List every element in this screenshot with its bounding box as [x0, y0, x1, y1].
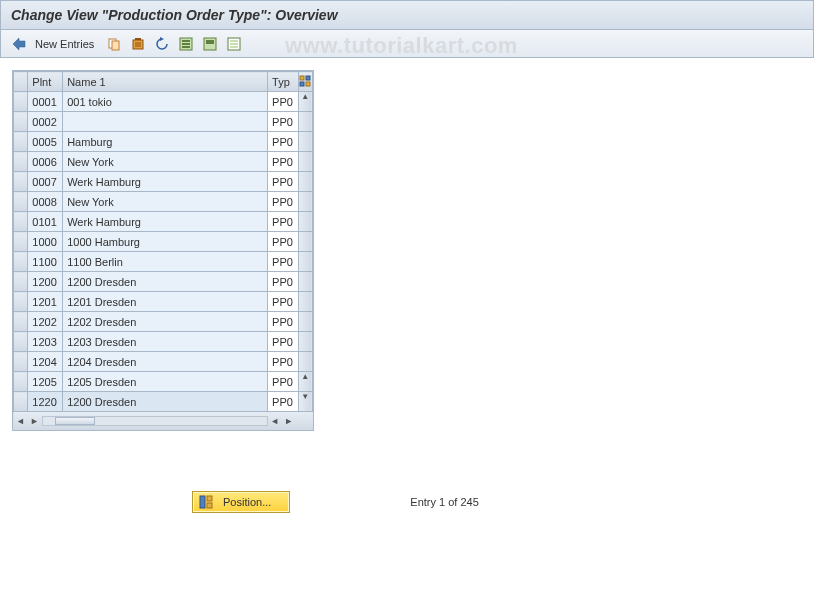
table-row[interactable]: 0006New YorkPP0 [14, 152, 313, 172]
row-selector[interactable] [14, 332, 28, 352]
cell-plnt[interactable]: 0101 [28, 212, 63, 232]
table-row[interactable]: 0005HamburgPP0 [14, 132, 313, 152]
cell-plnt[interactable]: 1000 [28, 232, 63, 252]
cell-name[interactable]: 1203 Dresden [63, 332, 268, 352]
scroll-right-icon[interactable]: ► [282, 416, 296, 426]
table-row[interactable]: 12201200 DresdenPP0▼ [14, 392, 313, 412]
column-header-type[interactable]: Typ [268, 72, 299, 92]
cell-name[interactable]: 1000 Hamburg [63, 232, 268, 252]
copy-as-icon[interactable] [104, 34, 124, 54]
cell-plnt[interactable]: 1220 [28, 392, 63, 412]
cell-name[interactable]: 1202 Dresden [63, 312, 268, 332]
table-row[interactable]: 0007Werk HamburgPP0 [14, 172, 313, 192]
vertical-scrollbar-track[interactable] [298, 152, 312, 172]
select-all-icon[interactable] [176, 34, 196, 54]
vertical-scrollbar-track[interactable] [298, 352, 312, 372]
vertical-scrollbar-track[interactable] [298, 252, 312, 272]
vertical-scrollbar-track[interactable] [298, 212, 312, 232]
cell-type[interactable]: PP0 [268, 172, 299, 192]
toggle-view-icon[interactable] [9, 34, 29, 54]
row-selector[interactable] [14, 132, 28, 152]
table-row[interactable]: 0002PP0 [14, 112, 313, 132]
row-selector[interactable] [14, 292, 28, 312]
cell-plnt[interactable]: 1204 [28, 352, 63, 372]
cell-type[interactable]: PP0 [268, 312, 299, 332]
scroll-up-step-icon[interactable]: ▲ [298, 372, 312, 392]
cell-plnt[interactable]: 0006 [28, 152, 63, 172]
cell-plnt[interactable]: 0002 [28, 112, 63, 132]
scroll-up-icon[interactable]: ▲ [298, 92, 312, 112]
deselect-all-icon[interactable] [224, 34, 244, 54]
row-selector[interactable] [14, 152, 28, 172]
cell-plnt[interactable]: 1201 [28, 292, 63, 312]
cell-plnt[interactable]: 1200 [28, 272, 63, 292]
cell-type[interactable]: PP0 [268, 332, 299, 352]
cell-name[interactable]: New York [63, 192, 268, 212]
row-selector[interactable] [14, 372, 28, 392]
table-configure-button[interactable] [298, 72, 312, 92]
cell-name[interactable]: 1200 Dresden [63, 272, 268, 292]
vertical-scrollbar-track[interactable] [298, 192, 312, 212]
cell-type[interactable]: PP0 [268, 372, 299, 392]
cell-name[interactable]: 1204 Dresden [63, 352, 268, 372]
vertical-scrollbar-track[interactable] [298, 232, 312, 252]
cell-plnt[interactable]: 0008 [28, 192, 63, 212]
column-header-plnt[interactable]: Plnt [28, 72, 63, 92]
row-selector[interactable] [14, 392, 28, 412]
table-row[interactable]: 0101Werk HamburgPP0 [14, 212, 313, 232]
cell-type[interactable]: PP0 [268, 232, 299, 252]
cell-name[interactable]: 1100 Berlin [63, 252, 268, 272]
table-row[interactable]: 12021202 DresdenPP0 [14, 312, 313, 332]
cell-name[interactable]: Hamburg [63, 132, 268, 152]
delete-icon[interactable] [128, 34, 148, 54]
table-row[interactable]: 12001200 DresdenPP0 [14, 272, 313, 292]
vertical-scrollbar-track[interactable] [298, 312, 312, 332]
vertical-scrollbar-track[interactable] [298, 172, 312, 192]
cell-name[interactable]: New York [63, 152, 268, 172]
cell-type[interactable]: PP0 [268, 192, 299, 212]
cell-type[interactable]: PP0 [268, 272, 299, 292]
scroll-left-icon[interactable]: ◄ [268, 416, 282, 426]
table-row[interactable]: 11001100 BerlinPP0 [14, 252, 313, 272]
cell-type[interactable]: PP0 [268, 392, 299, 412]
cell-type[interactable]: PP0 [268, 152, 299, 172]
row-selector[interactable] [14, 192, 28, 212]
row-selector[interactable] [14, 272, 28, 292]
horizontal-scrollbar-right[interactable]: ◄ ► [268, 412, 313, 430]
cell-type[interactable]: PP0 [268, 352, 299, 372]
cell-name[interactable]: 1205 Dresden [63, 372, 268, 392]
cell-type[interactable]: PP0 [268, 112, 299, 132]
cell-type[interactable]: PP0 [268, 292, 299, 312]
cell-plnt[interactable]: 1205 [28, 372, 63, 392]
undo-icon[interactable] [152, 34, 172, 54]
row-selector[interactable] [14, 312, 28, 332]
cell-name[interactable]: Werk Hamburg [63, 172, 268, 192]
scroll-right-icon[interactable]: ► [28, 416, 42, 426]
vertical-scrollbar-thumb[interactable] [298, 112, 312, 132]
row-selector[interactable] [14, 212, 28, 232]
cell-type[interactable]: PP0 [268, 92, 299, 112]
column-header-name1[interactable]: Name 1 [63, 72, 268, 92]
row-selector[interactable] [14, 172, 28, 192]
cell-plnt[interactable]: 1100 [28, 252, 63, 272]
vertical-scrollbar-track[interactable] [298, 332, 312, 352]
table-row[interactable]: 0001001 tokioPP0▲ [14, 92, 313, 112]
table-row[interactable]: 12041204 DresdenPP0 [14, 352, 313, 372]
row-selector[interactable] [14, 252, 28, 272]
table-row[interactable]: 10001000 HamburgPP0 [14, 232, 313, 252]
row-selector[interactable] [14, 92, 28, 112]
row-selector[interactable] [14, 232, 28, 252]
cell-plnt[interactable]: 0007 [28, 172, 63, 192]
cell-type[interactable]: PP0 [268, 252, 299, 272]
cell-name[interactable]: 1201 Dresden [63, 292, 268, 312]
select-block-icon[interactable] [200, 34, 220, 54]
vertical-scrollbar-track[interactable] [298, 132, 312, 152]
cell-name[interactable]: 1200 Dresden [63, 392, 268, 412]
table-row[interactable]: 12031203 DresdenPP0 [14, 332, 313, 352]
vertical-scrollbar-track[interactable] [298, 292, 312, 312]
cell-type[interactable]: PP0 [268, 212, 299, 232]
cell-plnt[interactable]: 1203 [28, 332, 63, 352]
cell-plnt[interactable]: 1202 [28, 312, 63, 332]
cell-name[interactable]: 001 tokio [63, 92, 268, 112]
scroll-left-icon[interactable]: ◄ [14, 416, 28, 426]
